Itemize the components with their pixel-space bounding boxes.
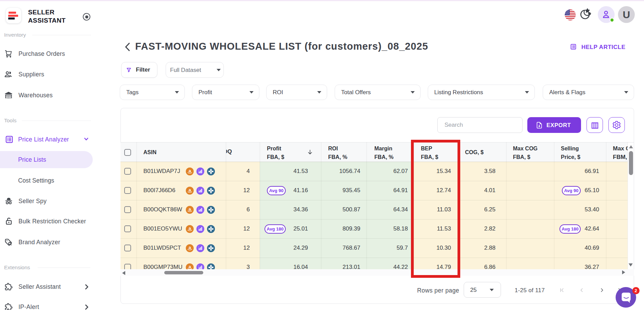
svg-text:a: a (189, 264, 191, 269)
svg-text:a: a (189, 187, 191, 193)
svg-text:a: a (189, 207, 191, 212)
svg-text:a: a (189, 168, 191, 173)
svg-text:a: a (189, 245, 191, 250)
svg-text:a: a (189, 226, 191, 231)
